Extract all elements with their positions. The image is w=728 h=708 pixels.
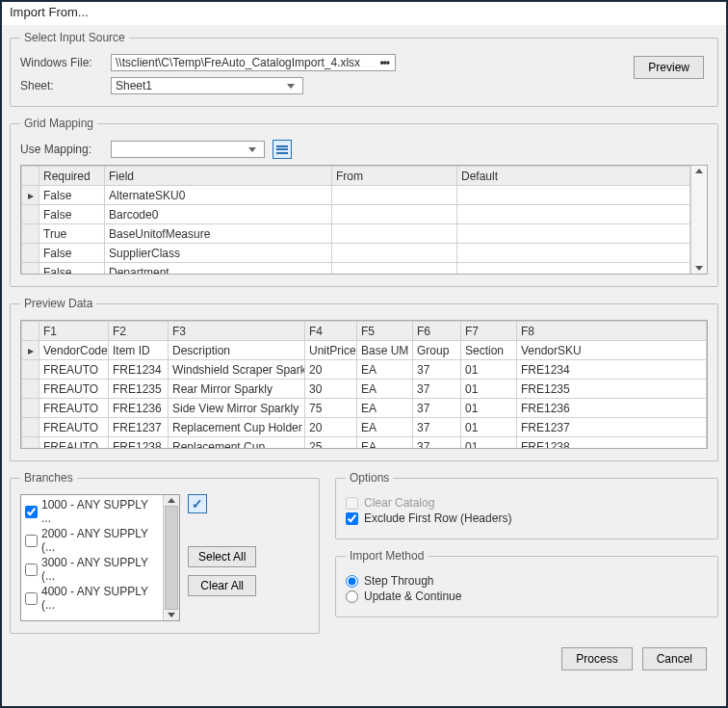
sheet-select[interactable]: Sheet1 xyxy=(111,77,303,94)
col-field[interactable]: Field xyxy=(105,167,332,186)
branch-checkbox[interactable] xyxy=(25,592,38,605)
scroll-thumb[interactable] xyxy=(165,506,178,610)
windows-file-field[interactable]: \\tsclient\C\Temp\FreAuto_CatalogImport_… xyxy=(111,54,396,71)
list-item[interactable]: 1000 - ANY SUPPLY ... xyxy=(23,497,161,526)
table-row[interactable]: FalseSupplierClass xyxy=(22,244,690,263)
clear-catalog-label: Clear Catalog xyxy=(364,496,434,510)
preview-col[interactable]: F7 xyxy=(461,322,517,341)
preview-col[interactable]: F4 xyxy=(305,322,357,341)
table-row[interactable]: ▸FalseAlternateSKU0 xyxy=(22,186,690,205)
preview-data-legend: Preview Data xyxy=(20,297,96,310)
dialog-footer: Process Cancel xyxy=(10,643,718,670)
clear-catalog-option: Clear Catalog xyxy=(346,496,708,510)
branch-label: 1000 - ANY SUPPLY ... xyxy=(41,498,159,525)
table-row[interactable]: TrueBaseUnitofMeasure xyxy=(22,224,690,244)
branch-checkbox[interactable] xyxy=(25,506,38,518)
table-row[interactable]: FREAUTOFRE1237Replacement Cup Holder20EA… xyxy=(22,418,707,437)
branch-checkbox[interactable] xyxy=(25,535,38,547)
use-mapping-label: Use Mapping: xyxy=(20,143,103,156)
update-continue-label: Update & Continue xyxy=(364,590,461,603)
select-all-button[interactable]: Select All xyxy=(188,546,256,567)
table-row[interactable]: ▸VendorCodeItem IDDescriptionUnitPriceBa… xyxy=(22,341,707,360)
preview-col[interactable]: F3 xyxy=(169,322,305,341)
step-through-label: Step Through xyxy=(364,574,434,588)
import-from-window: Import From... Select Input Source Previ… xyxy=(0,0,728,708)
list-item[interactable]: 3000 - ANY SUPPLY (... xyxy=(23,555,161,584)
preview-header-row: F1F2F3F4F5F6F7F8 xyxy=(22,322,707,341)
check-all-icon[interactable]: ✓ xyxy=(188,494,207,513)
grid-mapping-legend: Grid Mapping xyxy=(20,117,97,130)
windows-file-value: \\tsclient\C\Temp\FreAuto_CatalogImport_… xyxy=(116,56,360,69)
list-item[interactable]: 4000 - ANY SUPPLY (... xyxy=(23,584,161,613)
col-from[interactable]: From xyxy=(332,167,457,186)
scroll-down-icon[interactable] xyxy=(168,613,175,617)
options-group: Options Clear Catalog Exclude First Row … xyxy=(335,471,718,539)
scroll-up-icon[interactable] xyxy=(168,498,175,503)
import-method-legend: Import Method xyxy=(346,549,428,563)
mapping-grid[interactable]: Required Field From Default ▸FalseAltern… xyxy=(20,165,708,275)
grid-mapping-group: Grid Mapping Use Mapping: Re xyxy=(10,117,718,287)
mapping-list-icon[interactable] xyxy=(273,140,292,159)
preview-col[interactable]: F2 xyxy=(109,322,169,341)
col-required[interactable]: Required xyxy=(39,167,105,186)
step-through-radio[interactable] xyxy=(346,575,358,588)
lower-pane: Branches 1000 - ANY SUPPLY ...2000 - ANY… xyxy=(10,471,718,634)
branch-label: 4000 - ANY SUPPLY (... xyxy=(41,585,159,612)
exclude-first-row-label: Exclude First Row (Headers) xyxy=(364,511,511,525)
branches-legend: Branches xyxy=(20,471,77,485)
options-legend: Options xyxy=(346,471,393,485)
mapping-header-row: Required Field From Default xyxy=(22,167,690,186)
branch-checkbox[interactable] xyxy=(25,564,38,576)
windows-file-label: Windows File: xyxy=(20,56,103,69)
process-button[interactable]: Process xyxy=(561,647,632,670)
clear-all-button[interactable]: Clear All xyxy=(188,575,256,596)
preview-grid[interactable]: F1F2F3F4F5F6F7F8 ▸VendorCodeItem IDDescr… xyxy=(20,320,708,449)
branches-list[interactable]: 1000 - ANY SUPPLY ...2000 - ANY SUPPLY (… xyxy=(20,494,180,621)
preview-col[interactable]: F6 xyxy=(413,322,461,341)
preview-col[interactable]: F5 xyxy=(357,322,413,341)
table-row[interactable]: FREAUTOFRE1234Windshield Scraper Sparkly… xyxy=(22,360,707,380)
scroll-down-icon[interactable] xyxy=(695,266,703,271)
chevron-down-icon xyxy=(287,84,295,89)
preview-col[interactable]: F8 xyxy=(517,322,707,341)
update-continue-radio[interactable] xyxy=(346,590,358,603)
window-title: Import From... xyxy=(2,2,726,25)
sheet-label: Sheet: xyxy=(20,79,103,92)
preview-col[interactable]: F1 xyxy=(39,322,109,341)
use-mapping-select[interactable] xyxy=(111,141,265,158)
import-method-group: Import Method Step Through Update & Cont… xyxy=(335,549,718,617)
exclude-first-row-checkbox[interactable] xyxy=(346,512,358,525)
col-default[interactable]: Default xyxy=(457,167,690,186)
mapping-scrollbar[interactable] xyxy=(690,166,707,274)
branch-label: 3000 - ANY SUPPLY (... xyxy=(41,556,159,583)
table-row[interactable]: FREAUTOFRE1236Side View Mirror Sparkly75… xyxy=(22,399,707,418)
table-row[interactable]: FREAUTOFRE1235Rear Mirror Sparkly30EA370… xyxy=(22,380,707,399)
preview-data-group: Preview Data F1F2F3F4F5F6F7F8 ▸VendorCod… xyxy=(10,297,718,461)
exclude-first-row-option[interactable]: Exclude First Row (Headers) xyxy=(346,511,708,525)
input-source-group: Select Input Source Preview Windows File… xyxy=(10,31,718,107)
branches-group: Branches 1000 - ANY SUPPLY ...2000 - ANY… xyxy=(10,471,320,634)
table-row[interactable]: FalseDepartment xyxy=(22,263,690,275)
chevron-down-icon xyxy=(248,147,256,152)
step-through-option[interactable]: Step Through xyxy=(346,574,708,588)
branch-label: 2000 - ANY SUPPLY (... xyxy=(41,527,159,554)
sheet-value: Sheet1 xyxy=(116,79,152,92)
clear-catalog-checkbox xyxy=(346,497,358,510)
update-continue-option[interactable]: Update & Continue xyxy=(346,590,708,603)
list-item[interactable]: 2000 - ANY SUPPLY (... xyxy=(23,526,161,555)
cancel-button[interactable]: Cancel xyxy=(642,647,707,670)
input-source-legend: Select Input Source xyxy=(20,31,129,44)
scroll-up-icon[interactable] xyxy=(695,169,703,173)
table-row[interactable]: FREAUTOFRE1238Replacement Cup25EA3701FRE… xyxy=(22,437,707,449)
table-row[interactable]: FalseBarcode0 xyxy=(22,205,690,224)
branches-scrollbar[interactable] xyxy=(163,495,179,620)
client-area: Select Input Source Preview Windows File… xyxy=(2,25,726,706)
preview-button[interactable]: Preview xyxy=(634,56,704,79)
browse-file-icon[interactable]: ••• xyxy=(377,56,391,69)
